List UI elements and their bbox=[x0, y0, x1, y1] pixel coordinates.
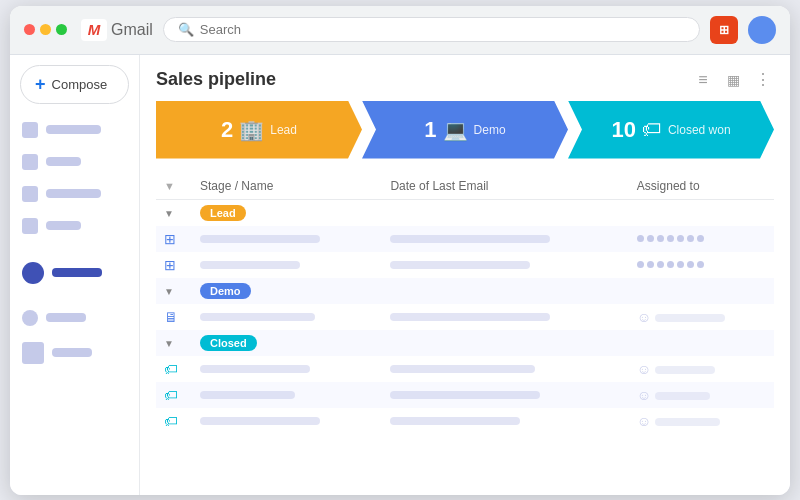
row-name-cell bbox=[192, 226, 382, 252]
row-icon-cell: ⊞ bbox=[156, 226, 192, 252]
email-placeholder2 bbox=[390, 261, 530, 269]
browser-icon-box[interactable]: ⊞ bbox=[710, 16, 738, 44]
closed-name2 bbox=[200, 391, 295, 399]
filter-icon: ≡ bbox=[698, 71, 707, 89]
search-input[interactable] bbox=[200, 22, 685, 37]
chart-icon: ▦ bbox=[727, 72, 740, 88]
content-area: Sales pipeline ≡ ▦ ⋮ 2 🏢 bbox=[140, 55, 790, 495]
filter-button[interactable]: ≡ bbox=[692, 69, 714, 91]
closed-count: 10 bbox=[611, 119, 635, 141]
sidebar-item-starred[interactable] bbox=[10, 148, 131, 176]
dot1b bbox=[637, 261, 644, 268]
demo-toggle[interactable]: ▼ bbox=[156, 278, 192, 304]
pipeline-table: ▼ Stage / Name Date of Last Email Assign… bbox=[156, 173, 774, 434]
table-row[interactable]: 🖥 ☺ bbox=[156, 304, 774, 330]
lead-label: Lead bbox=[270, 123, 297, 137]
sidebar-item-active[interactable] bbox=[10, 256, 131, 290]
dot3b bbox=[657, 261, 664, 268]
stage-demo[interactable]: 1 💻 Demo bbox=[362, 101, 568, 159]
closed-row2-email bbox=[382, 382, 628, 408]
browser-chrome: M Gmail 🔍 ⊞ bbox=[10, 6, 790, 55]
sidebar-label-sent bbox=[46, 221, 81, 230]
dot-green[interactable] bbox=[56, 24, 67, 35]
header-icons: ≡ ▦ ⋮ bbox=[692, 69, 774, 91]
content-header: Sales pipeline ≡ ▦ ⋮ bbox=[156, 69, 774, 91]
row-email-cell2 bbox=[382, 252, 628, 278]
sidebar-item-extra2[interactable] bbox=[10, 336, 131, 370]
extra2-label bbox=[52, 348, 92, 357]
closed-assigned2 bbox=[655, 392, 710, 400]
group-row-lead: ▼ Lead bbox=[156, 199, 774, 226]
sidebar-label-snoozed bbox=[46, 189, 101, 198]
closed-name3 bbox=[200, 417, 320, 425]
stage-lead[interactable]: 2 🏢 Lead bbox=[156, 101, 362, 159]
email-placeholder bbox=[390, 235, 550, 243]
table-row[interactable]: ⊞ bbox=[156, 252, 774, 278]
browser-search-bar[interactable]: 🔍 bbox=[163, 17, 700, 42]
table-row[interactable]: 🏷 ☺ bbox=[156, 356, 774, 382]
closed-row1-icon: 🏷 bbox=[156, 356, 192, 382]
closed-info: Closed won bbox=[668, 123, 731, 137]
sidebar-item-extra1[interactable] bbox=[10, 304, 131, 332]
chart-button[interactable]: ▦ bbox=[722, 69, 744, 91]
sidebar-label-starred bbox=[46, 157, 81, 166]
dot7b bbox=[697, 261, 704, 268]
lead-icon: 🏢 bbox=[239, 118, 264, 142]
closed-icon: 🏷 bbox=[642, 118, 662, 141]
dot5 bbox=[677, 235, 684, 242]
stage-closed[interactable]: 10 🏷 Closed won bbox=[568, 101, 774, 159]
more-button[interactable]: ⋮ bbox=[752, 69, 774, 91]
th-assigned-label: Assigned to bbox=[637, 179, 700, 193]
lead-badge: Lead bbox=[200, 205, 246, 221]
clock-icon bbox=[22, 186, 38, 202]
closed-row1-name bbox=[192, 356, 382, 382]
main-layout: + Compose bbox=[10, 55, 790, 495]
sort-icon: ▼ bbox=[164, 180, 175, 192]
tag-icon3: 🏷 bbox=[164, 413, 178, 429]
th-assigned: Assigned to bbox=[629, 173, 774, 200]
demo-row-name-cell bbox=[192, 304, 382, 330]
closed-name1 bbox=[200, 365, 310, 373]
user-avatar[interactable] bbox=[748, 16, 776, 44]
gmail-m-logo: M bbox=[81, 19, 107, 41]
table-row[interactable]: 🏷 ☺ bbox=[156, 408, 774, 434]
pipeline-stages: 2 🏢 Lead 1 💻 Demo 10 🏷 bbox=[156, 101, 774, 159]
demo-row-assigned-cell: ☺ bbox=[629, 304, 774, 330]
dot-red[interactable] bbox=[24, 24, 35, 35]
active-label bbox=[52, 268, 102, 277]
closed-row3-assigned: ☺ bbox=[629, 408, 774, 434]
inbox-icon bbox=[22, 122, 38, 138]
closed-assigned1 bbox=[655, 366, 715, 374]
closed-toggle[interactable]: ▼ bbox=[156, 330, 192, 356]
sidebar-item-snoozed[interactable] bbox=[10, 180, 131, 208]
demo-row-icon-cell: 🖥 bbox=[156, 304, 192, 330]
th-stage-label: Stage / Name bbox=[200, 179, 273, 193]
star-icon bbox=[22, 154, 38, 170]
dot-yellow[interactable] bbox=[40, 24, 51, 35]
closed-row3-name bbox=[192, 408, 382, 434]
row-assigned-cell2 bbox=[629, 252, 774, 278]
name-placeholder bbox=[200, 235, 320, 243]
demo-group-cell: Demo bbox=[192, 278, 774, 304]
closed-email3 bbox=[390, 417, 520, 425]
assigned-placeholder bbox=[655, 314, 725, 322]
face-icon2: ☺ bbox=[637, 387, 651, 403]
compose-button[interactable]: + Compose bbox=[20, 65, 129, 104]
gmail-label: Gmail bbox=[111, 21, 153, 39]
face-icon1: ☺ bbox=[637, 361, 651, 377]
dot5b bbox=[677, 261, 684, 268]
sidebar-item-inbox[interactable] bbox=[10, 116, 131, 144]
row-assigned-cell bbox=[629, 226, 774, 252]
sidebar-item-sent[interactable] bbox=[10, 212, 131, 240]
table-row[interactable]: 🏷 ☺ bbox=[156, 382, 774, 408]
grid-icon: ⊞ bbox=[719, 23, 729, 37]
dot2b bbox=[647, 261, 654, 268]
table-row[interactable]: ⊞ bbox=[156, 226, 774, 252]
lead-info: Lead bbox=[270, 123, 297, 137]
sidebar: + Compose bbox=[10, 55, 140, 495]
closed-email2 bbox=[390, 391, 540, 399]
th-stage-name: Stage / Name bbox=[192, 173, 382, 200]
face-icon3: ☺ bbox=[637, 413, 651, 429]
lead-toggle[interactable]: ▼ bbox=[156, 199, 192, 226]
grid-row-icon2: ⊞ bbox=[164, 257, 176, 273]
